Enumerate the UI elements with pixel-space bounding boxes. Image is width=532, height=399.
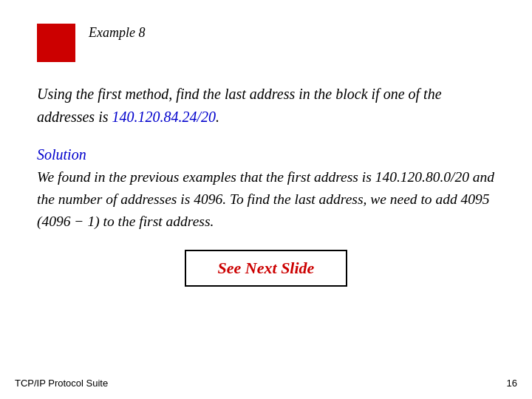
solution-label: Solution [37,146,495,163]
footer: TCP/IP Protocol Suite 16 [15,378,517,389]
footer-label: TCP/IP Protocol Suite [15,378,108,389]
example-label: Example 8 [89,22,145,41]
footer-page-number: 16 [507,378,517,389]
question-address: 140.120.84.24/20 [112,109,216,125]
question-text-part1: Using the first method, find the last ad… [37,86,442,125]
question-text-part2: . [216,109,219,125]
red-box-decoration [37,24,75,62]
slide-container: Example 8 Using the first method, find t… [0,0,532,399]
header-area: Example 8 [37,22,495,62]
question-text: Using the first method, find the last ad… [37,83,495,129]
see-next-slide-button[interactable]: See Next Slide [185,250,347,287]
solution-text: We found in the previous examples that t… [37,166,495,233]
